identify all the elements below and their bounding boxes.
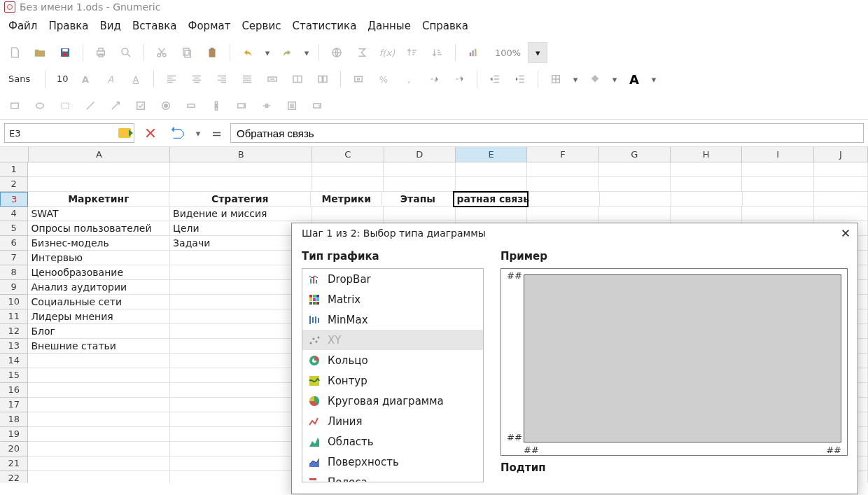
cell-J4[interactable] xyxy=(814,207,868,221)
list-icon[interactable] xyxy=(281,95,302,116)
font-color-icon[interactable]: A xyxy=(624,69,645,90)
cell-A19[interactable] xyxy=(28,427,170,442)
chart-type-minmax[interactable]: MinMax xyxy=(302,309,483,330)
sum-icon[interactable] xyxy=(351,42,372,63)
cell-D4[interactable] xyxy=(384,207,455,221)
align-right-icon[interactable] xyxy=(211,69,232,90)
cell-D3[interactable]: Этапы xyxy=(382,192,454,207)
menu-format[interactable]: Формат xyxy=(184,18,235,34)
chart-type-dropbar[interactable]: DropBar xyxy=(302,269,483,289)
align-justify-icon[interactable] xyxy=(237,69,258,90)
row-header-2[interactable]: 2 xyxy=(0,177,28,192)
font-size-field[interactable]: 10 xyxy=(52,71,71,88)
increase-decimal-icon[interactable] xyxy=(424,69,444,90)
row-header-4[interactable]: 4 xyxy=(0,207,28,221)
menu-statistics[interactable]: Статистика xyxy=(288,18,360,34)
row-header-10[interactable]: 10 xyxy=(0,295,28,309)
cell-A22[interactable] xyxy=(28,471,170,483)
cell-A17[interactable] xyxy=(28,398,170,412)
column-header-E[interactable]: E xyxy=(456,147,527,162)
undo-dropdown[interactable]: ▾ xyxy=(262,42,272,63)
cell-A2[interactable] xyxy=(28,177,170,192)
decrease-indent-icon[interactable] xyxy=(484,69,505,90)
menu-help[interactable]: Справка xyxy=(418,18,472,34)
hyperlink-icon[interactable] xyxy=(326,42,347,63)
cell-E1[interactable] xyxy=(456,162,527,177)
row-header-17[interactable]: 17 xyxy=(0,398,28,412)
cell-I3[interactable] xyxy=(743,192,814,207)
row-header-15[interactable]: 15 xyxy=(0,368,28,383)
cell-A6[interactable]: Бизнес-модель xyxy=(28,236,170,251)
row-header-14[interactable]: 14 xyxy=(0,354,28,368)
chart-type-кольцо[interactable]: Кольцо xyxy=(302,350,483,370)
rectangle-icon[interactable] xyxy=(4,95,25,116)
row-header-6[interactable]: 6 xyxy=(0,236,28,251)
decrease-decimal-icon[interactable] xyxy=(449,69,470,90)
goto-icon[interactable] xyxy=(118,128,131,138)
chart-type-полоса[interactable]: Полоса xyxy=(302,472,483,482)
cell-A18[interactable] xyxy=(28,412,170,427)
cell-I1[interactable] xyxy=(742,162,813,177)
cell-B4[interactable]: Видение и миссия xyxy=(170,207,312,221)
row-header-9[interactable]: 9 xyxy=(0,280,28,295)
merge-cells-icon[interactable] xyxy=(287,69,308,90)
cell-H1[interactable] xyxy=(671,162,742,177)
row-header-11[interactable]: 11 xyxy=(0,309,28,324)
row-header-21[interactable]: 21 xyxy=(0,456,28,471)
redo-dropdown[interactable]: ▾ xyxy=(302,42,312,63)
line-icon[interactable] xyxy=(80,95,101,116)
redo-icon[interactable] xyxy=(276,42,298,63)
comma-icon[interactable]: , xyxy=(398,69,419,90)
cell-A7[interactable]: Интервью xyxy=(28,251,170,265)
arrow-icon[interactable] xyxy=(105,95,126,116)
chart-type-контур[interactable]: Контур xyxy=(302,370,483,391)
column-header-J[interactable]: J xyxy=(814,147,868,162)
formula-input[interactable] xyxy=(230,123,864,143)
zoom-dropdown-icon[interactable]: ▾ xyxy=(528,42,547,63)
ellipse-icon[interactable] xyxy=(29,95,50,116)
menu-insert[interactable]: Вставка xyxy=(128,18,181,34)
copy-icon[interactable] xyxy=(176,42,197,63)
align-left-icon[interactable] xyxy=(161,69,182,90)
cell-F3[interactable] xyxy=(528,192,599,207)
cell-F4[interactable] xyxy=(527,207,598,221)
cell-A8[interactable]: Ценообразование xyxy=(28,265,170,280)
font-color-dropdown[interactable]: ▾ xyxy=(649,69,659,90)
fill-color-icon[interactable] xyxy=(584,69,606,90)
cell-A15[interactable] xyxy=(28,368,170,383)
fill-color-dropdown[interactable]: ▾ xyxy=(610,69,620,90)
column-header-B[interactable]: B xyxy=(170,147,312,162)
slider-icon[interactable] xyxy=(256,95,277,116)
close-icon[interactable] xyxy=(839,227,852,239)
cell-B1[interactable] xyxy=(170,162,312,177)
chart-type-xy[interactable]: XY xyxy=(302,330,483,350)
scrollbar-icon[interactable] xyxy=(206,95,227,116)
cell-A14[interactable] xyxy=(28,354,170,368)
open-icon[interactable] xyxy=(29,42,50,63)
italic-icon[interactable]: A xyxy=(100,69,121,90)
menu-tools[interactable]: Сервис xyxy=(237,18,285,34)
cancel-edit-icon[interactable]: ✕ xyxy=(140,123,161,144)
new-doc-icon[interactable] xyxy=(4,42,25,63)
select-all-corner[interactable] xyxy=(0,147,29,162)
chart-type-область[interactable]: Область xyxy=(302,431,483,452)
cell-G3[interactable] xyxy=(600,192,671,207)
cell-A5[interactable]: Опросы пользователей xyxy=(28,221,170,236)
underline-icon[interactable]: A xyxy=(125,69,146,90)
column-header-I[interactable]: I xyxy=(742,147,813,162)
cell-A1[interactable] xyxy=(28,162,170,177)
align-center-icon[interactable] xyxy=(186,69,207,90)
cell-C2[interactable] xyxy=(312,177,384,192)
borders-dropdown[interactable]: ▾ xyxy=(570,69,580,90)
cell-E3[interactable]: ратная связь xyxy=(454,192,528,207)
cell-A12[interactable]: Блог xyxy=(28,324,170,339)
percent-icon[interactable]: % xyxy=(373,69,394,90)
cell-A9[interactable]: Анализ аудитории xyxy=(28,280,170,295)
menu-edit[interactable]: Правка xyxy=(44,18,92,34)
accept-edit-icon[interactable]: ⮌ xyxy=(167,123,188,144)
cell-J1[interactable] xyxy=(814,162,868,177)
row-header-8[interactable]: 8 xyxy=(0,265,28,280)
checkbox-icon[interactable] xyxy=(130,95,151,116)
row-header-5[interactable]: 5 xyxy=(0,221,28,236)
cut-icon[interactable] xyxy=(151,42,172,63)
